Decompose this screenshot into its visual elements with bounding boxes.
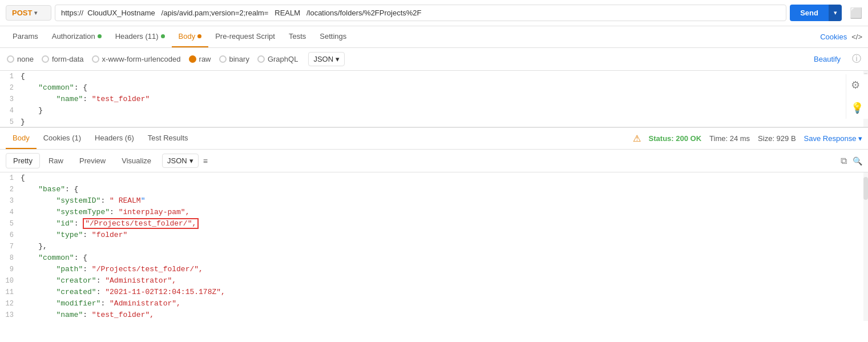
resp-scrollbar-thumb: [863, 177, 868, 200]
view-tab-preview[interactable]: Preview: [72, 153, 113, 168]
radio-dot-urlencoded: [92, 55, 99, 63]
send-button[interactable]: Send: [790, 5, 829, 21]
json-select[interactable]: JSON ▾: [308, 52, 345, 66]
radio-form-data[interactable]: form-data: [42, 55, 84, 63]
req-line-2: 2 "common": {: [0, 82, 868, 94]
tab-tests[interactable]: Tests: [282, 26, 313, 47]
tab-params[interactable]: Params: [6, 26, 45, 47]
resp-line-6: 6 "type": "folder": [0, 230, 868, 241]
radio-graphql[interactable]: GraphQL: [257, 55, 298, 63]
tab-settings[interactable]: Settings: [313, 26, 353, 47]
time-text: Time: 24 ms: [709, 134, 750, 143]
resp-line-11: 11 "created": "2021-11-02T12:04:15.178Z"…: [0, 287, 868, 298]
resp-line-5: 5 "id": "/Projects/test_folder/",: [0, 218, 868, 230]
headers-dot: [161, 34, 165, 38]
resp-tab-headers[interactable]: Headers (6): [88, 128, 141, 149]
method-select[interactable]: POST ▾: [6, 5, 51, 21]
info-icon: ⓘ: [852, 53, 861, 65]
cookies-link[interactable]: Cookies: [820, 33, 847, 41]
response-body-editor: 1 { 2 "base": { 3 "systemID": " REALM" 4…: [0, 172, 868, 321]
resp-line-13: 13 "name": "test_folder",: [0, 309, 868, 321]
request-body-editor[interactable]: 1 { 2 "common": { 3 "name": "test_folder…: [0, 71, 868, 128]
resp-json-label: JSON: [167, 156, 187, 165]
json-chevron-icon: ▾: [336, 55, 340, 63]
resp-json-chevron-icon: ▾: [189, 156, 193, 165]
radio-raw[interactable]: raw: [189, 55, 211, 63]
save-response-button[interactable]: Save Response ▾: [804, 134, 862, 143]
radio-dot-none: [7, 55, 14, 63]
resp-tab-test-results[interactable]: Test Results: [141, 128, 195, 149]
resp-line-2: 2 "base": {: [0, 184, 868, 195]
send-dropdown-button[interactable]: ▾: [829, 5, 842, 21]
view-tab-visualize[interactable]: Visualize: [114, 153, 159, 168]
resp-line-9: 9 "path": "/Projects/test_folder/",: [0, 264, 868, 275]
settings-icon[interactable]: ⚙: [851, 79, 863, 91]
beautify-button[interactable]: Beautify: [814, 55, 841, 63]
body-type-row: none form-data x-www-form-urlencoded raw…: [0, 48, 868, 71]
send-group: Send ▾: [790, 5, 842, 21]
radio-dot-form-data: [42, 55, 49, 63]
view-tabs: Pretty Raw Preview Visualize JSON ▾ ≡ ⧉ …: [0, 150, 868, 172]
radio-dot-raw: [189, 55, 196, 63]
tab-body[interactable]: Body: [172, 26, 209, 47]
resp-line-1: 1 {: [0, 172, 868, 184]
method-chevron-icon: ▾: [34, 10, 37, 16]
radio-urlencoded[interactable]: x-www-form-urlencoded: [92, 55, 181, 63]
response-tabs: Body Cookies (1) Headers (6) Test Result…: [0, 128, 868, 150]
radio-dot-binary: [219, 55, 227, 63]
tab-headers[interactable]: Headers (11): [108, 26, 172, 47]
size-text: Size: 929 B: [758, 134, 796, 143]
json-label: JSON: [313, 55, 333, 63]
copy-icon[interactable]: ⧉: [841, 156, 847, 166]
auth-dot: [98, 34, 102, 38]
status-text: Status: 200 OK: [649, 134, 701, 143]
resp-scrollbar[interactable]: [863, 172, 868, 321]
resp-line-7: 7 },: [0, 241, 868, 252]
request-tabs: Params Authorization Headers (11) Body P…: [0, 26, 868, 48]
side-panel: ⚙ 💡: [846, 74, 868, 119]
code-icon[interactable]: </>: [851, 33, 862, 41]
body-dot: [197, 34, 201, 38]
search-icon[interactable]: 🔍: [853, 156, 862, 166]
resp-tab-cookies[interactable]: Cookies (1): [37, 128, 88, 149]
method-label: POST: [12, 9, 32, 17]
view-tab-raw[interactable]: Raw: [41, 153, 71, 168]
console-icon[interactable]: ⬜: [850, 7, 862, 19]
resp-line-3: 3 "systemID": " REALM": [0, 195, 868, 207]
req-line-5: 5 }: [0, 116, 868, 128]
radio-none[interactable]: none: [7, 55, 34, 63]
highlighted-id-value: "/Projects/test_folder/",: [83, 218, 199, 229]
radio-dot-graphql: [257, 55, 265, 63]
bulb-icon[interactable]: 💡: [851, 102, 863, 114]
resp-tab-body[interactable]: Body: [6, 128, 37, 149]
resp-line-4: 4 "systemType": "interplay-pam",: [0, 207, 868, 218]
tab-pre-request[interactable]: Pre-request Script: [208, 26, 282, 47]
resp-line-8: 8 "common": {: [0, 252, 868, 264]
resp-line-10: 10 "creator": "Administrator",: [0, 275, 868, 287]
req-line-1: 1 {: [0, 71, 868, 82]
tab-authorization[interactable]: Authorization: [45, 26, 108, 47]
radio-binary[interactable]: binary: [219, 55, 249, 63]
req-line-3: 3 "name": "test_folder": [0, 94, 868, 105]
req-line-4: 4 }: [0, 105, 868, 116]
warning-icon: ⚠: [633, 133, 641, 144]
url-input[interactable]: [55, 5, 786, 21]
resp-json-select[interactable]: JSON ▾: [162, 154, 199, 168]
filter-icon[interactable]: ≡: [203, 156, 208, 166]
view-tab-pretty[interactable]: Pretty: [6, 153, 40, 168]
response-status: ⚠ Status: 200 OK Time: 24 ms Size: 929 B…: [633, 133, 862, 144]
url-bar: POST ▾ Send ▾ ⬜: [0, 0, 868, 26]
resp-line-12: 12 "modifier": "Administrator",: [0, 298, 868, 309]
